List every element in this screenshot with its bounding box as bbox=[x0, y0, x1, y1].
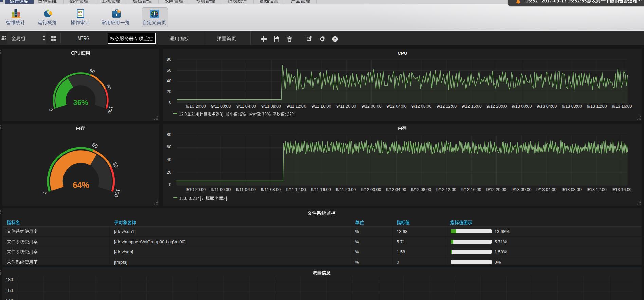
svg-text:0: 0 bbox=[41, 191, 48, 195]
svg-text:80: 80 bbox=[112, 161, 119, 168]
svg-text:80: 80 bbox=[105, 83, 112, 90]
svg-text:64%: 64% bbox=[73, 180, 89, 189]
svg-text:36%: 36% bbox=[73, 98, 88, 107]
svg-text:60: 60 bbox=[89, 68, 96, 75]
svg-text:0: 0 bbox=[48, 108, 54, 112]
svg-text:?: ? bbox=[334, 37, 336, 42]
svg-text:60: 60 bbox=[91, 142, 99, 149]
svg-text:100: 100 bbox=[113, 188, 121, 198]
